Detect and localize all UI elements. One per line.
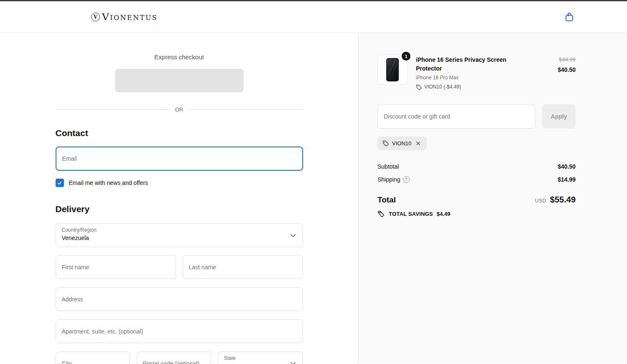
newsletter-label: Email me with news and offers	[69, 179, 148, 186]
product-variant: iPhone 16 Pro Max	[416, 75, 520, 81]
checkout-header: V VIONENTUS	[0, 1, 627, 33]
email-input[interactable]	[56, 147, 303, 171]
tag-icon	[382, 140, 389, 147]
savings-label: TOTAL SAVINGS	[389, 211, 433, 217]
chevron-down-icon	[290, 362, 296, 364]
original-price: $44.99	[520, 56, 576, 63]
subtotal-row: Subtotal $40.50	[377, 163, 576, 170]
shipping-help-icon[interactable]: ?	[403, 176, 410, 183]
discount-chip: VION10	[377, 136, 427, 150]
checkout-form-column: Express checkout OR Contact Email me wit…	[0, 33, 358, 364]
express-payment-button-skeleton[interactable]	[115, 69, 244, 92]
subtotal-value: $40.50	[558, 163, 576, 170]
logo-mark-icon: V	[91, 13, 100, 21]
or-label: OR	[175, 106, 184, 113]
apartment-input[interactable]	[56, 319, 303, 343]
current-price: $40.50	[520, 66, 576, 73]
currency-code: USD	[535, 198, 546, 204]
total-value: $55.49	[550, 195, 576, 205]
order-summary-panel: 1 iPhone 16 Series Privacy Screen Protec…	[358, 33, 627, 364]
contact-heading: Contact	[56, 128, 303, 138]
state-select[interactable]: State Aragua	[218, 351, 303, 364]
product-image	[386, 58, 399, 81]
close-icon	[415, 141, 421, 146]
quantity-badge: 1	[402, 52, 410, 61]
last-name-input[interactable]	[183, 255, 303, 279]
apply-button[interactable]: Apply	[542, 104, 576, 129]
remove-discount-button[interactable]	[415, 140, 422, 147]
product-title: iPhone 16 Series Privacy Screen Protecto…	[416, 56, 520, 73]
total-savings-row: TOTAL SAVINGS $4.49	[377, 210, 576, 217]
bag-icon	[564, 11, 575, 23]
product-thumbnail: 1	[377, 55, 408, 85]
shipping-value: $14.99	[558, 176, 576, 183]
discount-code-input[interactable]	[377, 104, 535, 129]
item-discount-tag: VION10 (-$4.49)	[416, 84, 520, 90]
store-name: VIONENTUS	[102, 12, 158, 22]
country-value: Venezuela	[62, 234, 286, 242]
address-input[interactable]	[56, 287, 303, 311]
state-label: State	[224, 355, 286, 361]
double-tag-icon	[377, 210, 385, 217]
checkmark-icon	[57, 180, 62, 186]
total-row: Total USD $55.49	[377, 195, 576, 205]
savings-value: $4.49	[437, 211, 451, 217]
applied-discount-code: VION10	[392, 140, 411, 147]
country-label: Country/Region	[62, 227, 286, 233]
state-value: Aragua	[224, 362, 286, 364]
tag-icon	[416, 84, 422, 90]
divider-line	[189, 109, 303, 110]
postal-code-input[interactable]	[137, 351, 211, 364]
shipping-row: Shipping ? $14.99	[377, 176, 576, 183]
or-divider: OR	[56, 106, 303, 113]
delivery-heading: Delivery	[56, 204, 303, 214]
city-input[interactable]	[56, 351, 130, 364]
cart-button[interactable]	[563, 10, 576, 24]
subtotal-label: Subtotal	[377, 163, 399, 170]
store-logo[interactable]: V VIONENTUS	[91, 12, 158, 22]
newsletter-checkbox[interactable]	[56, 179, 64, 187]
chevron-down-icon	[290, 234, 296, 238]
shipping-label: Shipping	[377, 176, 400, 183]
total-label: Total	[377, 195, 396, 205]
first-name-input[interactable]	[56, 255, 176, 279]
divider-line	[56, 109, 169, 110]
country-select[interactable]: Country/Region Venezuela	[56, 223, 303, 247]
express-checkout-label: Express checkout	[56, 54, 303, 61]
line-item: 1 iPhone 16 Series Privacy Screen Protec…	[377, 55, 576, 90]
